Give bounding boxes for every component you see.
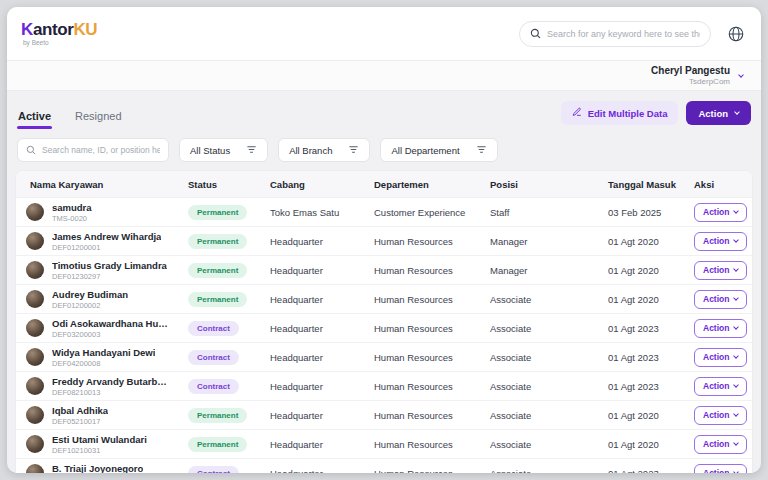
filter-lines-icon	[246, 144, 257, 157]
avatar	[26, 290, 44, 308]
branch-cell: Headquarter	[256, 323, 360, 334]
logo-ku: KU	[73, 20, 97, 39]
row-action-cell: Action	[680, 319, 752, 338]
logo[interactable]: KantorKU by Beeto	[21, 21, 97, 47]
app-window: KantorKU by Beeto Cheryl Pangestu Tsderp…	[7, 7, 761, 473]
employee-id: DEF01230297	[52, 272, 167, 281]
table-row: Audrey Budiman DEF01200002 Permanent Hea…	[16, 284, 752, 313]
employee-cell: Odi Asokawardhana Hutama DEF03200003	[16, 318, 174, 339]
col-header-aksi: Aksi	[680, 179, 752, 190]
row-action-cell: Action	[680, 203, 752, 222]
position-cell: Associate	[476, 410, 594, 421]
edit-icon	[572, 107, 582, 119]
chevron-down-icon	[734, 237, 740, 243]
table-row: Odi Asokawardhana Hutama DEF03200003 Con…	[16, 313, 752, 342]
logo-k: K	[21, 20, 33, 39]
position-cell: Manager	[476, 265, 594, 276]
tab-active[interactable]: Active	[17, 108, 52, 129]
employee-cell: Audrey Budiman DEF01200002	[16, 289, 174, 310]
row-action-button[interactable]: Action	[694, 261, 747, 280]
row-action-button[interactable]: Action	[694, 377, 747, 396]
row-action-button[interactable]: Action	[694, 435, 747, 454]
user-info: Cheryl Pangestu TsderpCom	[651, 65, 730, 86]
row-action-button[interactable]: Action	[694, 406, 747, 425]
filter-all-branch[interactable]: All Branch	[278, 138, 370, 162]
row-action-label: Action	[703, 381, 729, 391]
bulk-action-label: Action	[698, 108, 728, 119]
avatar	[26, 377, 44, 395]
chevron-down-icon	[734, 411, 740, 417]
search-icon	[26, 141, 36, 159]
table-row: Freddy Arvandy Butarbutar DEF08210013 Co…	[16, 371, 752, 400]
table-body: samudra TMS-0020 Permanent Toko Emas Sat…	[16, 197, 752, 473]
chevron-down-icon	[734, 109, 740, 115]
filter-all-department[interactable]: All Departement	[380, 138, 497, 162]
employee-name-wrap: samudra TMS-0020	[52, 202, 92, 223]
status-badge: Contract	[188, 350, 239, 365]
avatar	[26, 319, 44, 337]
row-action-button[interactable]: Action	[694, 232, 747, 251]
employee-cell: Timotius Grady Limandra DEF01230297	[16, 260, 174, 281]
filter-all-status[interactable]: All Status	[179, 138, 268, 162]
employee-id: TMS-0020	[52, 214, 92, 223]
row-action-cell: Action	[680, 261, 752, 280]
department-cell: Human Resources	[360, 352, 476, 363]
search-icon	[530, 25, 541, 43]
chevron-down-icon	[734, 208, 740, 214]
branch-cell: Headquarter	[256, 236, 360, 247]
globe-icon[interactable]	[725, 23, 747, 45]
table-search[interactable]	[17, 138, 169, 162]
col-header-nama-karyawan: Nama Karyawan	[16, 179, 174, 190]
employee-name: Widya Handayani Dewi	[52, 347, 155, 358]
position-cell: Staff	[476, 207, 594, 218]
row-action-button[interactable]: Action	[694, 319, 747, 338]
join-date-cell: 01 Agt 2020	[594, 294, 680, 305]
branch-cell: Headquarter	[256, 468, 360, 474]
row-action-button[interactable]: Action	[694, 290, 747, 309]
join-date-cell: 01 Agt 2023	[594, 323, 680, 334]
department-cell: Human Resources	[360, 381, 476, 392]
row-action-cell: Action	[680, 290, 752, 309]
employee-id: DEF01200002	[52, 301, 128, 310]
global-search-input[interactable]	[547, 29, 700, 39]
col-header-status: Status	[174, 179, 256, 190]
employee-cell: Iqbal Adhika DEF05210017	[16, 405, 174, 426]
status-badge: Contract	[188, 379, 239, 394]
global-search[interactable]	[519, 21, 711, 47]
user-menu[interactable]: Cheryl Pangestu TsderpCom	[7, 61, 761, 91]
join-date-cell: 01 Agt 2023	[594, 352, 680, 363]
join-date-cell: 01 Agt 2023	[594, 468, 680, 474]
employee-name: samudra	[52, 202, 92, 213]
employee-name-wrap: Iqbal Adhika DEF05210017	[52, 405, 108, 426]
status-badge: Permanent	[188, 437, 247, 452]
tab-resigned[interactable]: Resigned	[74, 108, 122, 129]
filter-department-label: All Departement	[391, 145, 459, 156]
chevron-down-icon	[734, 382, 740, 388]
row-action-button[interactable]: Action	[694, 348, 747, 367]
avatar	[26, 464, 44, 473]
status-cell: Permanent	[174, 437, 256, 452]
avatar	[26, 203, 44, 221]
filter-lines-icon	[348, 144, 359, 157]
employee-cell: samudra TMS-0020	[16, 202, 174, 223]
status-badge: Permanent	[188, 408, 247, 423]
position-cell: Associate	[476, 468, 594, 474]
table-search-input[interactable]	[42, 145, 160, 155]
status-badge: Permanent	[188, 263, 247, 278]
row-action-button[interactable]: Action	[694, 203, 747, 222]
row-action-button[interactable]: Action	[694, 464, 747, 474]
user-company: TsderpCom	[651, 77, 730, 86]
table-row: B. Triaji Joyonegoro DEF08210035 Contrac…	[16, 458, 752, 473]
row-action-cell: Action	[680, 406, 752, 425]
status-cell: Permanent	[174, 408, 256, 423]
bulk-action-button[interactable]: Action	[686, 101, 751, 125]
filters-row: All Status All Branch All Departement	[7, 129, 761, 162]
position-cell: Associate	[476, 352, 594, 363]
edit-multiple-data-button[interactable]: Edit Multiple Data	[561, 101, 679, 125]
avatar	[26, 435, 44, 453]
join-date-cell: 01 Agt 2020	[594, 265, 680, 276]
table-row: Esti Utami Wulandari DEF10210031 Permane…	[16, 429, 752, 458]
status-badge: Contract	[188, 321, 239, 336]
row-action-label: Action	[703, 468, 729, 473]
row-action-label: Action	[703, 410, 729, 420]
